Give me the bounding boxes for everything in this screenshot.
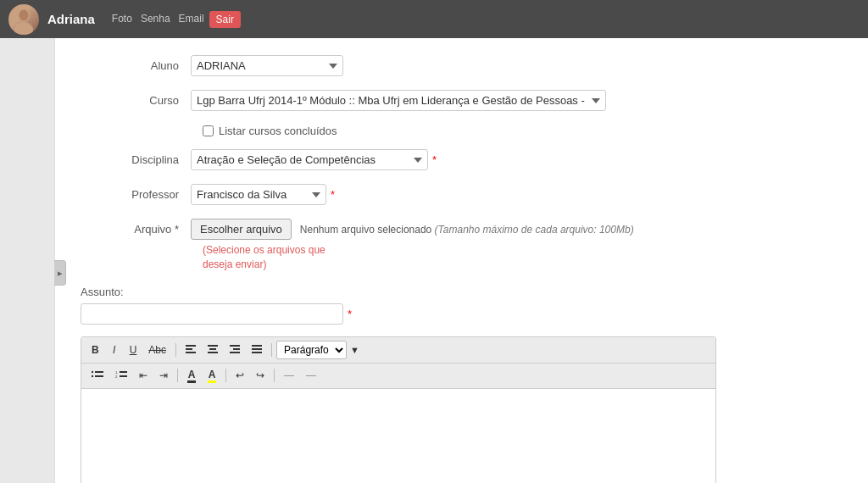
aluno-select[interactable]: ADRIANA	[191, 55, 343, 76]
professor-row: Professor Francisco da Silva *	[81, 184, 716, 205]
form-section: Aluno ADRIANA Curso Lgp Barra Ufrj 2014-…	[81, 55, 716, 483]
arquivo-label: Arquivo *	[81, 223, 191, 236]
toolbar-sep1	[175, 343, 176, 357]
file-size-note: (Tamanho máximo de cada arquivo: 100Mb)	[435, 224, 634, 236]
email-link[interactable]: Email	[175, 11, 208, 28]
aluno-row: Aluno ADRIANA	[81, 55, 716, 76]
toolbar-row1: B I U Abc	[81, 337, 715, 364]
assunto-row: *	[81, 303, 716, 325]
svg-rect-22	[120, 375, 127, 377]
professor-select[interactable]: Francisco da Silva	[191, 184, 326, 205]
svg-rect-18	[95, 375, 103, 377]
toolbar-row2: 1.2. ⇤ ⇥ A A	[81, 364, 715, 389]
svg-rect-7	[209, 348, 216, 350]
indent-button[interactable]: ⇥	[154, 367, 173, 384]
choose-file-button[interactable]: Escolher arquivo	[191, 219, 292, 240]
ol-button[interactable]: 1.2.	[110, 367, 132, 384]
page-wrapper: ▸ Aluno ADRIANA Curso Lgp Barra Ufrj 201…	[0, 38, 868, 483]
align-center-button[interactable]	[203, 341, 223, 358]
svg-rect-10	[233, 348, 240, 350]
curso-row: Curso Lgp Barra Ufrj 2014-1º Módulo :: M…	[81, 90, 716, 111]
header: Adriana Foto Senha Email Sair	[0, 0, 868, 38]
assunto-section: Assunto: *	[81, 286, 716, 325]
highlight-button[interactable]: A	[203, 366, 221, 386]
file-hint-line1: (Selecione os arquivos que	[203, 244, 326, 256]
header-username: Adriana	[47, 12, 95, 26]
svg-rect-3	[186, 345, 196, 347]
professor-required: *	[331, 188, 335, 201]
assunto-required: *	[348, 308, 352, 320]
sidebar-toggle[interactable]: ▸	[54, 260, 66, 286]
ul-button[interactable]	[86, 367, 108, 384]
svg-point-1	[14, 22, 33, 35]
svg-rect-13	[252, 348, 262, 350]
svg-rect-11	[230, 352, 240, 353]
listar-checkbox[interactable]	[203, 125, 214, 136]
header-nav: Foto Senha Email Sair	[108, 11, 241, 28]
svg-point-17	[92, 375, 93, 377]
svg-rect-20	[120, 371, 127, 373]
editor-container: B I U Abc	[81, 336, 716, 483]
disciplina-label: Disciplina	[81, 153, 191, 166]
svg-text:2.: 2.	[115, 375, 118, 379]
disciplina-row: Disciplina Atração e Seleção de Competên…	[81, 149, 716, 170]
file-hint-line2: deseja enviar)	[203, 258, 266, 270]
sidebar: ▸	[0, 38, 55, 483]
svg-rect-6	[208, 345, 218, 347]
listar-checkbox-row: Listar cursos concluídos	[203, 125, 716, 137]
extra-btn1[interactable]: —	[279, 367, 299, 384]
disciplina-select[interactable]: Atração e Seleção de Competências	[191, 149, 428, 170]
toolbar-sep3	[177, 369, 178, 382]
underline-button[interactable]: U	[125, 341, 142, 358]
professor-label: Professor	[81, 188, 191, 201]
align-left-button[interactable]	[181, 341, 201, 358]
listar-label: Listar cursos concluídos	[219, 125, 337, 137]
outdent-button[interactable]: ⇤	[134, 367, 153, 384]
toolbar-sep4	[225, 369, 226, 382]
assunto-label: Assunto:	[81, 286, 716, 298]
justify-button[interactable]	[247, 341, 267, 358]
svg-rect-12	[252, 345, 262, 347]
undo-button[interactable]: ↩	[231, 367, 249, 384]
file-hint: (Selecione os arquivos que deseja enviar…	[203, 243, 716, 272]
svg-rect-8	[208, 352, 218, 353]
toolbar-sep5	[274, 369, 275, 382]
strikethrough-button[interactable]: Abc	[143, 341, 171, 358]
paragraph-select[interactable]: Parágrafo Título 1 Título 2 Título 3	[276, 341, 347, 359]
curso-label: Curso	[81, 94, 191, 107]
dropdown-arrow: ▼	[348, 345, 361, 355]
bold-button[interactable]: B	[86, 341, 104, 358]
editor-body[interactable]	[81, 389, 715, 483]
align-right-button[interactable]	[225, 341, 245, 358]
arquivo-row: Arquivo * Escolher arquivo Nenhum arquiv…	[81, 219, 716, 240]
aluno-label: Aluno	[81, 59, 191, 72]
senha-link[interactable]: Senha	[137, 11, 174, 28]
sair-button[interactable]: Sair	[209, 11, 241, 28]
svg-point-2	[19, 9, 29, 20]
svg-rect-5	[186, 352, 196, 353]
font-color-button[interactable]: A	[182, 366, 201, 386]
foto-link[interactable]: Foto	[108, 11, 136, 28]
no-file-text: Nenhum arquivo selecionado	[300, 224, 431, 236]
redo-button[interactable]: ↪	[251, 367, 270, 384]
extra-btn2[interactable]: —	[301, 367, 321, 384]
svg-rect-4	[186, 348, 192, 350]
toolbar-sep2	[271, 343, 272, 357]
file-no-selected: Nenhum arquivo selecionado (Tamanho máxi…	[300, 224, 634, 236]
main-content: Aluno ADRIANA Curso Lgp Barra Ufrj 2014-…	[55, 38, 868, 483]
svg-point-15	[92, 371, 93, 373]
svg-rect-14	[252, 352, 262, 353]
svg-rect-9	[230, 345, 240, 347]
assunto-input[interactable]	[81, 303, 343, 325]
italic-button[interactable]: I	[106, 341, 123, 358]
avatar	[8, 4, 39, 35]
disciplina-required: *	[432, 153, 437, 166]
svg-rect-16	[95, 371, 103, 373]
curso-select[interactable]: Lgp Barra Ufrj 2014-1º Módulo :: Mba Ufr…	[191, 90, 606, 111]
